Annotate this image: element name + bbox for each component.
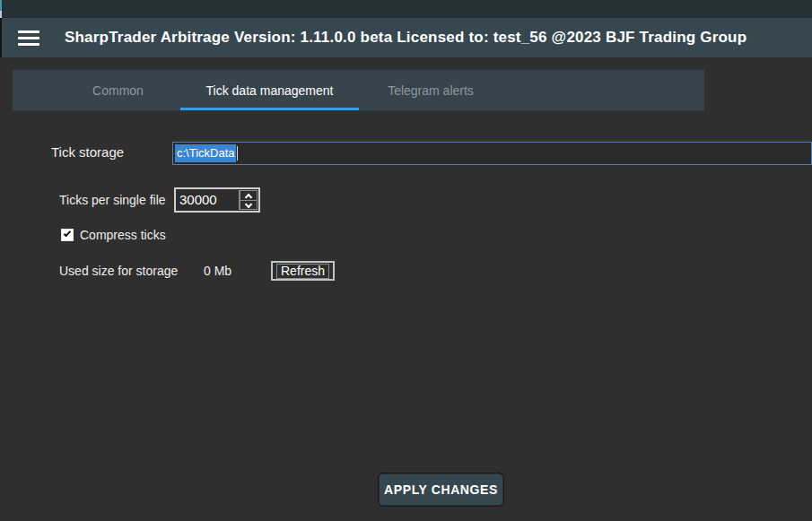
header-bar: SharpTrader Arbitrage Version: 1.11.0.0 … [0, 18, 812, 57]
spinner-buttons [239, 190, 258, 210]
tab-tick-data-management[interactable]: Tick data management [180, 70, 359, 110]
text-caret [237, 146, 238, 161]
spinner-down-button[interactable] [240, 201, 258, 211]
window-edge-decoration [0, 0, 2, 11]
tick-storage-input[interactable]: c:\TickData [172, 142, 812, 165]
settings-tab-bar: Common Tick data management Telegram ale… [13, 70, 704, 111]
tab-common[interactable]: Common [56, 70, 180, 110]
tab-telegram-alerts[interactable]: Telegram alerts [359, 70, 502, 110]
ticks-per-file-spinner[interactable]: 30000 [174, 187, 260, 213]
tick-storage-value: c:\TickData [175, 144, 236, 162]
used-size-value: 0 Mb [204, 264, 231, 278]
chevron-down-icon [245, 200, 252, 207]
app-title: SharpTrader Arbitrage Version: 1.11.0.0 … [65, 29, 747, 47]
spinner-up-button[interactable] [240, 190, 258, 201]
compress-ticks-checkbox[interactable] [61, 229, 74, 241]
refresh-button[interactable]: Refresh [271, 261, 335, 281]
window-edge-decoration [0, 18, 2, 57]
ticks-per-file-value: 30000 [176, 189, 238, 211]
checkmark-icon [64, 230, 71, 237]
ticks-per-file-label: Ticks per single file [59, 193, 166, 207]
window-edge-decoration [0, 11, 2, 18]
apply-changes-button[interactable]: APPLY CHANGES [380, 474, 502, 505]
used-size-label: Used size for storage [59, 264, 178, 278]
compress-ticks-label: Compress ticks [80, 228, 166, 242]
refresh-button-label: Refresh [276, 264, 329, 279]
hamburger-menu-icon[interactable] [18, 30, 39, 46]
tick-storage-label: Tick storage [51, 144, 124, 160]
window-top-strip [0, 0, 812, 18]
